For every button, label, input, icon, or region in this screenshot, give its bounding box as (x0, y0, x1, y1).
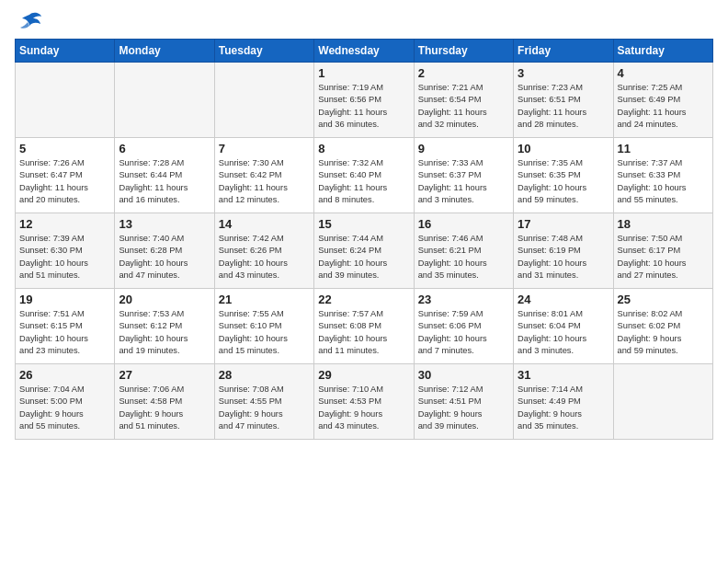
day-info: Sunrise: 7:28 AM Sunset: 6:44 PM Dayligh… (119, 157, 210, 207)
calendar-cell: 30Sunrise: 7:12 AM Sunset: 4:51 PM Dayli… (414, 364, 513, 440)
day-info: Sunrise: 7:46 AM Sunset: 6:21 PM Dayligh… (418, 233, 509, 282)
calendar-cell: 28Sunrise: 7:08 AM Sunset: 4:55 PM Dayli… (214, 364, 313, 440)
day-info: Sunrise: 7:59 AM Sunset: 6:06 PM Dayligh… (418, 308, 509, 358)
calendar-week-5: 26Sunrise: 7:04 AM Sunset: 5:00 PM Dayli… (16, 364, 713, 440)
day-number: 15 (318, 217, 409, 231)
day-info: Sunrise: 7:39 AM Sunset: 6:30 PM Dayligh… (19, 233, 110, 282)
day-number: 13 (119, 217, 210, 231)
calendar-cell: 2Sunrise: 7:21 AM Sunset: 6:54 PM Daylig… (414, 63, 513, 138)
day-header-sunday: Sunday (16, 40, 115, 63)
day-header-saturday: Saturday (613, 40, 712, 63)
day-number: 25 (618, 293, 709, 306)
calendar-cell: 18Sunrise: 7:50 AM Sunset: 6:17 PM Dayli… (613, 213, 712, 289)
day-header-thursday: Thursday (414, 40, 513, 63)
calendar-cell: 25Sunrise: 8:02 AM Sunset: 6:02 PM Dayli… (613, 289, 712, 364)
calendar-week-1: 1Sunrise: 7:19 AM Sunset: 6:56 PM Daylig… (16, 63, 713, 138)
day-info: Sunrise: 7:26 AM Sunset: 6:47 PM Dayligh… (19, 157, 110, 207)
day-info: Sunrise: 7:55 AM Sunset: 6:10 PM Dayligh… (219, 308, 310, 358)
day-info: Sunrise: 7:32 AM Sunset: 6:40 PM Dayligh… (318, 157, 409, 207)
calendar-cell (214, 63, 313, 138)
day-number: 24 (518, 293, 609, 306)
day-info: Sunrise: 7:23 AM Sunset: 6:51 PM Dayligh… (518, 82, 609, 132)
day-info: Sunrise: 7:30 AM Sunset: 6:42 PM Dayligh… (219, 157, 310, 207)
calendar-cell: 5Sunrise: 7:26 AM Sunset: 6:47 PM Daylig… (16, 138, 115, 213)
calendar-week-2: 5Sunrise: 7:26 AM Sunset: 6:47 PM Daylig… (16, 138, 713, 213)
day-info: Sunrise: 7:14 AM Sunset: 4:49 PM Dayligh… (518, 384, 609, 433)
calendar-cell: 9Sunrise: 7:33 AM Sunset: 6:37 PM Daylig… (414, 138, 513, 213)
calendar-cell: 3Sunrise: 7:23 AM Sunset: 6:51 PM Daylig… (514, 63, 613, 138)
calendar-week-3: 12Sunrise: 7:39 AM Sunset: 6:30 PM Dayli… (16, 213, 713, 289)
day-info: Sunrise: 7:19 AM Sunset: 6:56 PM Dayligh… (318, 82, 409, 132)
day-header-wednesday: Wednesday (314, 40, 414, 63)
header (15, 11, 713, 31)
calendar-cell: 27Sunrise: 7:06 AM Sunset: 4:58 PM Dayli… (115, 364, 214, 440)
calendar-cell: 12Sunrise: 7:39 AM Sunset: 6:30 PM Dayli… (16, 213, 115, 289)
day-number: 16 (418, 217, 509, 231)
day-number: 3 (518, 66, 609, 80)
day-info: Sunrise: 7:37 AM Sunset: 6:33 PM Dayligh… (618, 157, 709, 207)
calendar-cell: 23Sunrise: 7:59 AM Sunset: 6:06 PM Dayli… (414, 289, 513, 364)
day-info: Sunrise: 7:51 AM Sunset: 6:15 PM Dayligh… (19, 308, 110, 358)
calendar-cell (16, 63, 115, 138)
calendar-cell: 10Sunrise: 7:35 AM Sunset: 6:35 PM Dayli… (514, 138, 613, 213)
calendar-cell: 8Sunrise: 7:32 AM Sunset: 6:40 PM Daylig… (314, 138, 414, 213)
calendar-cell: 19Sunrise: 7:51 AM Sunset: 6:15 PM Dayli… (16, 289, 115, 364)
calendar-cell: 7Sunrise: 7:30 AM Sunset: 6:42 PM Daylig… (214, 138, 313, 213)
day-number: 8 (318, 142, 409, 155)
day-number: 22 (318, 293, 409, 306)
day-number: 31 (518, 368, 609, 382)
day-info: Sunrise: 7:40 AM Sunset: 6:28 PM Dayligh… (119, 233, 210, 282)
logo (15, 11, 42, 31)
day-info: Sunrise: 7:48 AM Sunset: 6:19 PM Dayligh… (518, 233, 609, 282)
day-number: 29 (318, 368, 409, 382)
calendar-cell: 1Sunrise: 7:19 AM Sunset: 6:56 PM Daylig… (314, 63, 414, 138)
page-container: SundayMondayTuesdayWednesdayThursdayFrid… (0, 0, 728, 447)
calendar-table: SundayMondayTuesdayWednesdayThursdayFrid… (15, 39, 713, 440)
calendar-week-4: 19Sunrise: 7:51 AM Sunset: 6:15 PM Dayli… (16, 289, 713, 364)
calendar-cell: 31Sunrise: 7:14 AM Sunset: 4:49 PM Dayli… (514, 364, 613, 440)
day-info: Sunrise: 7:21 AM Sunset: 6:54 PM Dayligh… (418, 82, 509, 132)
calendar-cell (115, 63, 214, 138)
calendar-cell: 24Sunrise: 8:01 AM Sunset: 6:04 PM Dayli… (514, 289, 613, 364)
day-number: 9 (418, 142, 509, 155)
day-number: 18 (618, 217, 709, 231)
day-number: 26 (19, 368, 110, 382)
day-info: Sunrise: 7:06 AM Sunset: 4:58 PM Dayligh… (119, 384, 210, 433)
calendar-cell: 4Sunrise: 7:25 AM Sunset: 6:49 PM Daylig… (613, 63, 712, 138)
day-header-tuesday: Tuesday (214, 40, 313, 63)
day-number: 2 (418, 66, 509, 80)
calendar-cell: 20Sunrise: 7:53 AM Sunset: 6:12 PM Dayli… (115, 289, 214, 364)
day-number: 6 (119, 142, 210, 155)
calendar-cell: 13Sunrise: 7:40 AM Sunset: 6:28 PM Dayli… (115, 213, 214, 289)
calendar-cell: 17Sunrise: 7:48 AM Sunset: 6:19 PM Dayli… (514, 213, 613, 289)
calendar-cell: 22Sunrise: 7:57 AM Sunset: 6:08 PM Dayli… (314, 289, 414, 364)
day-info: Sunrise: 7:50 AM Sunset: 6:17 PM Dayligh… (618, 233, 709, 282)
day-number: 4 (618, 66, 709, 80)
calendar-cell (613, 364, 712, 440)
day-info: Sunrise: 7:12 AM Sunset: 4:51 PM Dayligh… (418, 384, 509, 433)
calendar-cell: 14Sunrise: 7:42 AM Sunset: 6:26 PM Dayli… (214, 213, 313, 289)
calendar-header-row: SundayMondayTuesdayWednesdayThursdayFrid… (16, 40, 713, 63)
calendar-cell: 16Sunrise: 7:46 AM Sunset: 6:21 PM Dayli… (414, 213, 513, 289)
day-number: 5 (19, 142, 110, 155)
logo-bird-icon (17, 11, 42, 31)
day-number: 11 (618, 142, 709, 155)
day-header-friday: Friday (514, 40, 613, 63)
day-info: Sunrise: 8:02 AM Sunset: 6:02 PM Dayligh… (618, 308, 709, 358)
day-number: 27 (119, 368, 210, 382)
calendar-cell: 26Sunrise: 7:04 AM Sunset: 5:00 PM Dayli… (16, 364, 115, 440)
day-number: 12 (19, 217, 110, 231)
day-info: Sunrise: 7:57 AM Sunset: 6:08 PM Dayligh… (318, 308, 409, 358)
day-info: Sunrise: 8:01 AM Sunset: 6:04 PM Dayligh… (518, 308, 609, 358)
day-info: Sunrise: 7:04 AM Sunset: 5:00 PM Dayligh… (19, 384, 110, 433)
calendar-cell: 29Sunrise: 7:10 AM Sunset: 4:53 PM Dayli… (314, 364, 414, 440)
calendar-cell: 15Sunrise: 7:44 AM Sunset: 6:24 PM Dayli… (314, 213, 414, 289)
day-info: Sunrise: 7:44 AM Sunset: 6:24 PM Dayligh… (318, 233, 409, 282)
day-number: 10 (518, 142, 609, 155)
day-number: 30 (418, 368, 509, 382)
calendar-cell: 11Sunrise: 7:37 AM Sunset: 6:33 PM Dayli… (613, 138, 712, 213)
day-number: 14 (219, 217, 310, 231)
day-number: 7 (219, 142, 310, 155)
day-number: 1 (318, 66, 409, 80)
day-number: 17 (518, 217, 609, 231)
